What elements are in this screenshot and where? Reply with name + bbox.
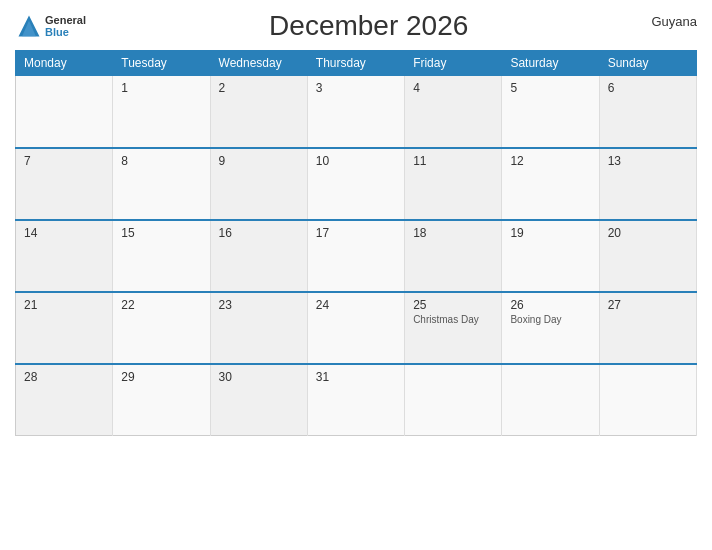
day-number: 4 [413,81,493,95]
day-cell: 4 [405,76,502,148]
day-number: 29 [121,370,201,384]
week-row-1: 123456 [16,76,697,148]
page: General Blue December 2026 Guyana Monday… [0,0,712,550]
logo-blue-text: Blue [45,26,86,38]
day-cell: 3 [307,76,404,148]
day-cell: 27 [599,292,696,364]
day-cell: 14 [16,220,113,292]
day-cell [502,364,599,436]
col-sunday: Sunday [599,51,696,76]
day-cell: 9 [210,148,307,220]
day-cell: 17 [307,220,404,292]
week-row-3: 14151617181920 [16,220,697,292]
day-number: 2 [219,81,299,95]
col-tuesday: Tuesday [113,51,210,76]
day-cell: 29 [113,364,210,436]
day-cell: 10 [307,148,404,220]
day-number: 11 [413,154,493,168]
day-cell: 24 [307,292,404,364]
day-cell: 2 [210,76,307,148]
day-cell: 30 [210,364,307,436]
col-thursday: Thursday [307,51,404,76]
day-number: 10 [316,154,396,168]
day-number: 12 [510,154,590,168]
day-number: 5 [510,81,590,95]
day-cell: 23 [210,292,307,364]
day-number: 6 [608,81,688,95]
week-row-5: 28293031 [16,364,697,436]
logo-general-text: General [45,14,86,26]
col-saturday: Saturday [502,51,599,76]
calendar-table: Monday Tuesday Wednesday Thursday Friday… [15,50,697,436]
day-number: 25 [413,298,493,312]
day-cell [599,364,696,436]
day-cell: 5 [502,76,599,148]
day-number: 14 [24,226,104,240]
day-cell: 11 [405,148,502,220]
day-cell: 6 [599,76,696,148]
day-number: 16 [219,226,299,240]
day-number: 18 [413,226,493,240]
country-label: Guyana [651,14,697,29]
day-cell: 12 [502,148,599,220]
logo-text: General Blue [45,14,86,38]
day-number: 15 [121,226,201,240]
day-cell: 26Boxing Day [502,292,599,364]
day-cell: 31 [307,364,404,436]
day-number: 17 [316,226,396,240]
day-cell: 22 [113,292,210,364]
col-friday: Friday [405,51,502,76]
day-number: 30 [219,370,299,384]
day-cell: 19 [502,220,599,292]
day-cell: 20 [599,220,696,292]
day-cell [16,76,113,148]
day-cell: 18 [405,220,502,292]
logo-icon [15,12,43,40]
day-number: 27 [608,298,688,312]
day-cell: 25Christmas Day [405,292,502,364]
day-cell: 16 [210,220,307,292]
day-cell: 21 [16,292,113,364]
day-number: 20 [608,226,688,240]
logo: General Blue [15,12,86,40]
weekday-row: Monday Tuesday Wednesday Thursday Friday… [16,51,697,76]
day-number: 1 [121,81,201,95]
day-cell: 15 [113,220,210,292]
col-monday: Monday [16,51,113,76]
day-event: Boxing Day [510,314,590,325]
day-event: Christmas Day [413,314,493,325]
day-number: 31 [316,370,396,384]
day-number: 22 [121,298,201,312]
calendar-header: Monday Tuesday Wednesday Thursday Friday… [16,51,697,76]
calendar-title: December 2026 [86,10,651,42]
day-number: 7 [24,154,104,168]
day-number: 23 [219,298,299,312]
day-cell: 13 [599,148,696,220]
week-row-4: 2122232425Christmas Day26Boxing Day27 [16,292,697,364]
day-number: 8 [121,154,201,168]
day-cell: 1 [113,76,210,148]
day-number: 28 [24,370,104,384]
calendar-body: 1234567891011121314151617181920212223242… [16,76,697,436]
day-cell: 28 [16,364,113,436]
day-number: 26 [510,298,590,312]
day-number: 24 [316,298,396,312]
col-wednesday: Wednesday [210,51,307,76]
day-number: 9 [219,154,299,168]
week-row-2: 78910111213 [16,148,697,220]
day-cell: 8 [113,148,210,220]
day-number: 21 [24,298,104,312]
day-number: 13 [608,154,688,168]
day-number: 3 [316,81,396,95]
day-cell: 7 [16,148,113,220]
day-cell [405,364,502,436]
day-number: 19 [510,226,590,240]
header: General Blue December 2026 Guyana [15,10,697,42]
